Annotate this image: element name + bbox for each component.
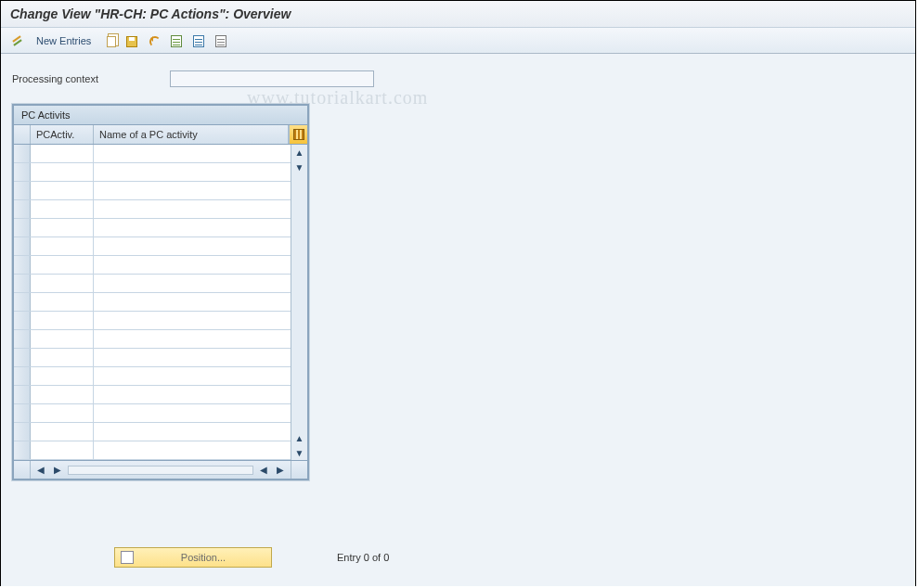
vertical-scrollbar[interactable]: ▲ ▼ ▲ ▼ xyxy=(291,145,307,460)
save-icon xyxy=(126,36,137,47)
row-selector[interactable] xyxy=(14,200,31,218)
hscroll-track[interactable] xyxy=(68,466,253,475)
cell-name[interactable] xyxy=(94,145,291,162)
processing-context-label: Processing context xyxy=(12,73,170,84)
row-selector[interactable] xyxy=(14,219,31,236)
new-entries-button[interactable]: New Entries xyxy=(31,35,97,46)
table-row xyxy=(14,330,291,349)
bottom-bar: Position... Entry 0 of 0 xyxy=(1,538,915,586)
cell-pcactiv[interactable] xyxy=(31,349,94,366)
cell-name[interactable] xyxy=(94,256,291,274)
cell-pcactiv[interactable] xyxy=(31,275,94,292)
cell-pcactiv[interactable] xyxy=(31,237,94,255)
table-row xyxy=(14,163,291,182)
save-button[interactable] xyxy=(123,32,141,50)
pencils-icon xyxy=(10,33,25,48)
entry-status: Entry 0 of 0 xyxy=(337,552,389,563)
row-selector[interactable] xyxy=(14,163,31,181)
table-row xyxy=(14,312,291,330)
processing-context-input[interactable] xyxy=(170,70,374,87)
row-selector[interactable] xyxy=(14,404,31,422)
row-selector[interactable] xyxy=(14,423,31,441)
row-selector[interactable] xyxy=(14,330,31,348)
cell-name[interactable] xyxy=(94,293,291,311)
cell-pcactiv[interactable] xyxy=(31,312,94,329)
row-selector[interactable] xyxy=(14,312,31,329)
row-selector[interactable] xyxy=(14,367,31,385)
deselect-button[interactable] xyxy=(212,32,230,50)
table-header: PCActiv. Name of a PC activity xyxy=(14,125,307,145)
cell-name[interactable] xyxy=(94,219,291,236)
cell-pcactiv[interactable] xyxy=(31,404,94,422)
table-row xyxy=(14,423,291,441)
col-header-pcactiv[interactable]: PCActiv. xyxy=(31,125,94,144)
scroll-right-button[interactable]: ▶ xyxy=(51,465,64,475)
cell-name[interactable] xyxy=(94,349,291,366)
undo-button[interactable] xyxy=(145,32,163,50)
copy-button[interactable] xyxy=(100,32,119,50)
scroll-right-button-end[interactable]: ▶ xyxy=(274,465,287,475)
horizontal-scrollbar[interactable]: ◀ ▶ ◀ ▶ xyxy=(31,465,291,475)
scroll-left-button[interactable]: ◀ xyxy=(34,465,47,475)
cell-name[interactable] xyxy=(94,200,291,218)
scroll-up-button[interactable]: ▲ xyxy=(292,145,307,160)
footer-corner xyxy=(14,461,31,479)
row-selector[interactable] xyxy=(14,293,31,311)
cell-name[interactable] xyxy=(94,404,291,422)
cell-pcactiv[interactable] xyxy=(31,386,94,403)
vscroll-track[interactable] xyxy=(291,174,307,430)
col-header-name[interactable]: Name of a PC activity xyxy=(94,125,289,144)
cell-pcactiv[interactable] xyxy=(31,330,94,348)
cell-pcactiv[interactable] xyxy=(31,367,94,385)
scroll-left-button-end[interactable]: ◀ xyxy=(257,465,270,475)
table-row xyxy=(14,367,291,386)
position-button[interactable]: Position... xyxy=(114,547,272,568)
cell-pcactiv[interactable] xyxy=(31,441,94,459)
cell-name[interactable] xyxy=(94,312,291,329)
cell-pcactiv[interactable] xyxy=(31,163,94,181)
table-footer: ◀ ▶ ◀ ▶ xyxy=(14,460,307,479)
table-config-icon xyxy=(293,129,304,140)
undo-icon xyxy=(147,33,162,48)
corner-cell xyxy=(14,125,31,144)
select-all-button[interactable] xyxy=(167,32,186,50)
cell-name[interactable] xyxy=(94,237,291,255)
cell-pcactiv[interactable] xyxy=(31,219,94,236)
cell-pcactiv[interactable] xyxy=(31,423,94,441)
content-area: www.tutorialkart.com Processing context … xyxy=(1,54,915,586)
table-row xyxy=(14,182,291,200)
sheet-grey-icon xyxy=(215,35,226,47)
row-selector[interactable] xyxy=(14,256,31,274)
row-selector[interactable] xyxy=(14,182,31,199)
app-frame: Change View "HR-CH: PC Actions": Overvie… xyxy=(0,0,916,586)
toggle-edit-button[interactable] xyxy=(8,32,27,50)
cell-name[interactable] xyxy=(94,182,291,199)
table-config-button[interactable] xyxy=(289,125,307,144)
select-block-button[interactable] xyxy=(189,32,208,50)
scroll-down-button-bottom[interactable]: ▼ xyxy=(292,445,307,460)
row-selector[interactable] xyxy=(14,441,31,459)
cell-name[interactable] xyxy=(94,441,291,459)
cell-name[interactable] xyxy=(94,275,291,292)
row-selector[interactable] xyxy=(14,237,31,255)
cell-name[interactable] xyxy=(94,423,291,441)
row-selector[interactable] xyxy=(14,275,31,292)
position-icon xyxy=(121,551,134,564)
cell-pcactiv[interactable] xyxy=(31,145,94,162)
row-selector[interactable] xyxy=(14,349,31,366)
cell-pcactiv[interactable] xyxy=(31,293,94,311)
cell-name[interactable] xyxy=(94,330,291,348)
cell-pcactiv[interactable] xyxy=(31,200,94,218)
cell-name[interactable] xyxy=(94,386,291,403)
cell-name[interactable] xyxy=(94,163,291,181)
row-selector[interactable] xyxy=(14,386,31,403)
scroll-down-button[interactable]: ▼ xyxy=(292,160,307,174)
cell-pcactiv[interactable] xyxy=(31,256,94,274)
table-row xyxy=(14,386,291,404)
table-row xyxy=(14,349,291,367)
row-selector[interactable] xyxy=(14,145,31,162)
pc-activities-table: PC Activits PCActiv. Name of a PC activi… xyxy=(12,104,309,480)
cell-pcactiv[interactable] xyxy=(31,182,94,199)
scroll-up-button-bottom[interactable]: ▲ xyxy=(292,430,307,445)
cell-name[interactable] xyxy=(94,367,291,385)
